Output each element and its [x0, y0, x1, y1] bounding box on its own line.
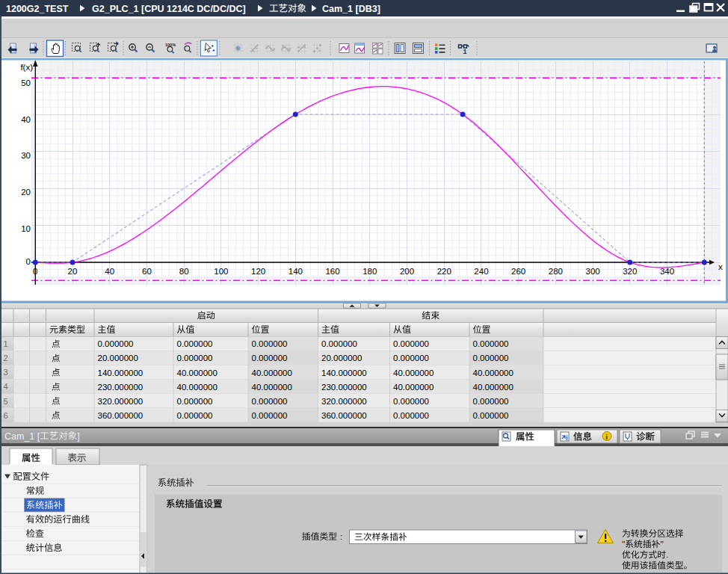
svg-text:360.000000: 360.000000	[321, 411, 367, 420]
svg-text:": "	[660, 539, 663, 549]
svg-text:0.000000: 0.000000	[473, 339, 509, 348]
svg-text:0.000000: 0.000000	[252, 411, 288, 420]
svg-text:30: 30	[21, 151, 31, 160]
svg-text:40.000000: 40.000000	[252, 383, 292, 392]
svg-text:20.000000: 20.000000	[321, 354, 362, 362]
svg-text:i: i	[566, 434, 568, 442]
svg-text:0.000000: 0.000000	[252, 339, 288, 348]
svg-text:40: 40	[105, 267, 114, 276]
svg-text:Cam_1 [: Cam_1 [	[4, 431, 40, 442]
svg-text:0.000000: 0.000000	[252, 354, 288, 362]
svg-text:0.000000: 0.000000	[393, 397, 429, 406]
svg-text:G2_PLC_1 [CPU 1214C DC/DC/DC]: G2_PLC_1 [CPU 1214C DC/DC/DC]	[92, 4, 246, 14]
svg-text:340: 340	[660, 267, 674, 276]
svg-text:40.000000: 40.000000	[177, 383, 218, 392]
svg-text:2: 2	[4, 354, 8, 362]
svg-text:0.000000: 0.000000	[321, 339, 357, 348]
svg-text:40.000000: 40.000000	[393, 368, 434, 377]
svg-text:280: 280	[549, 267, 563, 276]
svg-text:0.000000: 0.000000	[177, 354, 213, 362]
svg-text:40.000000: 40.000000	[473, 383, 513, 392]
svg-text:]: ]	[77, 431, 79, 442]
svg-text:0.000000: 0.000000	[473, 411, 509, 420]
svg-text:360.000000: 360.000000	[98, 411, 144, 420]
svg-text:320.000000: 320.000000	[321, 397, 367, 406]
svg-text:120: 120	[251, 267, 265, 276]
svg-text:0: 0	[26, 257, 31, 266]
svg-text:40.000000: 40.000000	[252, 368, 292, 377]
svg-text:0.000000: 0.000000	[393, 354, 429, 362]
svg-text:40.000000: 40.000000	[177, 368, 218, 377]
svg-text:0.000000: 0.000000	[177, 411, 213, 420]
svg-text:0.000000: 0.000000	[473, 354, 509, 362]
svg-text:240: 240	[474, 267, 488, 276]
svg-text:0.000000: 0.000000	[393, 339, 429, 348]
svg-text:220: 220	[437, 267, 451, 276]
svg-text:6: 6	[4, 411, 8, 420]
svg-text:0: 0	[33, 267, 37, 276]
svg-text:1200G2_TEST: 1200G2_TEST	[6, 4, 69, 14]
svg-text:20: 20	[21, 188, 31, 197]
svg-text:0.000000: 0.000000	[177, 397, 213, 406]
svg-text:0.000000: 0.000000	[252, 397, 288, 406]
svg-text:5: 5	[4, 397, 8, 406]
svg-text:x: x	[718, 262, 723, 271]
svg-text:i: i	[605, 433, 608, 441]
svg-text:": "	[622, 539, 625, 549]
svg-text:4: 4	[4, 382, 8, 391]
svg-text:1: 1	[463, 48, 467, 55]
svg-text:200: 200	[400, 267, 414, 276]
svg-text:3: 3	[4, 368, 8, 377]
svg-text:0.000000: 0.000000	[393, 411, 429, 420]
svg-text:260: 260	[511, 267, 525, 276]
svg-text:0.000000: 0.000000	[177, 339, 213, 348]
svg-text::: :	[340, 531, 342, 542]
svg-text:f(x): f(x)	[20, 63, 33, 72]
svg-text:300: 300	[586, 267, 600, 276]
svg-text:100: 100	[214, 267, 228, 276]
svg-text:60: 60	[142, 267, 152, 276]
svg-text:40: 40	[21, 115, 31, 124]
svg-text:50: 50	[21, 78, 31, 87]
svg-text:140.000000: 140.000000	[321, 368, 367, 377]
svg-text:0.000000: 0.000000	[473, 397, 509, 406]
svg-text:140: 140	[289, 267, 303, 276]
svg-text:230.000000: 230.000000	[321, 383, 367, 392]
svg-text:10: 10	[21, 224, 31, 233]
svg-text:80: 80	[179, 267, 189, 276]
svg-text:320: 320	[623, 267, 637, 276]
svg-text:160: 160	[325, 267, 339, 276]
svg-text:180: 180	[363, 267, 377, 276]
svg-text:320.000000: 320.000000	[98, 397, 144, 406]
svg-text:1: 1	[4, 339, 8, 348]
svg-text:140.000000: 140.000000	[98, 368, 144, 377]
svg-text:20: 20	[68, 267, 78, 276]
svg-text:230.000000: 230.000000	[98, 383, 144, 392]
svg-text:40.000000: 40.000000	[393, 383, 434, 392]
svg-text:Cam_1 [DB3]: Cam_1 [DB3]	[322, 4, 380, 14]
svg-text:.: .	[666, 549, 668, 560]
svg-text:0.000000: 0.000000	[98, 339, 134, 348]
svg-text:40.000000: 40.000000	[473, 368, 513, 377]
svg-text:20.000000: 20.000000	[98, 354, 138, 362]
